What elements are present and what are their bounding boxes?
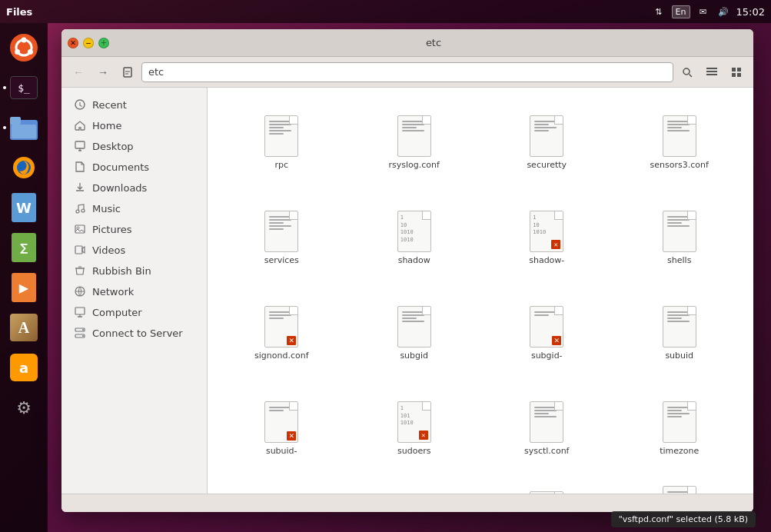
sidebar-item-recent[interactable]: Recent bbox=[65, 95, 204, 115]
sidebar-item-music[interactable]: Music bbox=[65, 198, 204, 218]
dock-item-files[interactable] bbox=[5, 109, 42, 146]
svg-rect-13 bbox=[706, 68, 717, 69]
rsyslog-label: rsyslog.conf bbox=[389, 160, 440, 171]
file-item-ucf-conf[interactable]: ucf.conf bbox=[217, 478, 347, 494]
file-item-signond-conf[interactable]: ✕ signond.conf bbox=[217, 288, 347, 380]
sidebar-item-connect-to-server[interactable]: Connect to Server bbox=[65, 323, 204, 343]
file-item-sensors3-conf[interactable]: sensors3.conf bbox=[615, 97, 745, 189]
file-item-rsyslog-conf[interactable]: rsyslog.conf bbox=[350, 97, 480, 189]
file-item-shadow-dash[interactable]: 1101010 ✕ shadow- bbox=[482, 192, 612, 284]
file-item-usb-modeswitch-conf[interactable]: usb_modeswitch.conf bbox=[615, 478, 745, 494]
sort-icon[interactable]: ⇅ bbox=[652, 5, 666, 18]
forward-button[interactable]: → bbox=[92, 62, 114, 83]
sidebar-item-downloads[interactable]: Downloads bbox=[65, 178, 204, 198]
svg-rect-19 bbox=[737, 73, 741, 77]
sidebar-item-desktop[interactable]: Desktop bbox=[65, 136, 204, 156]
file-manager-window: ✕ − + etc ← → etc bbox=[61, 29, 753, 512]
sidebar-item-network[interactable]: Network bbox=[65, 281, 204, 301]
file-item-timezone[interactable]: timezone bbox=[615, 383, 745, 475]
svg-rect-6 bbox=[10, 117, 21, 125]
terminal-icon: $_ bbox=[10, 76, 38, 99]
minimize-button[interactable]: − bbox=[83, 38, 94, 48]
dock-item-calc[interactable]: ∑ bbox=[5, 229, 42, 266]
documents-icon bbox=[74, 161, 86, 173]
file-item-subgid-dash[interactable]: ✕ subgid- bbox=[482, 288, 612, 380]
back-button[interactable]: ← bbox=[68, 62, 89, 83]
svg-rect-21 bbox=[75, 141, 85, 148]
sidebar-label-connect-to-server: Connect to Server bbox=[92, 328, 183, 339]
search-button[interactable] bbox=[676, 62, 698, 83]
email-icon[interactable]: ✉ bbox=[696, 5, 710, 18]
file-item-upstart-xsessions[interactable]: upstart-xsessions bbox=[482, 478, 612, 494]
system-tray: ⇅ En ✉ 🔊 15:02 bbox=[652, 5, 765, 18]
trash-icon bbox=[74, 264, 86, 277]
dock-item-fonts[interactable]: A bbox=[5, 309, 42, 346]
file-item-sysctl-conf[interactable]: sysctl.conf bbox=[482, 383, 612, 475]
maximize-button[interactable]: + bbox=[98, 38, 109, 48]
svg-point-3 bbox=[15, 49, 20, 55]
svg-rect-18 bbox=[732, 73, 736, 77]
dock-item-terminal[interactable]: $_ bbox=[5, 69, 42, 106]
file-item-shells[interactable]: shells bbox=[615, 192, 745, 284]
window-title: etc bbox=[120, 37, 747, 48]
svg-point-25 bbox=[77, 227, 79, 229]
svg-rect-15 bbox=[706, 74, 717, 75]
sidebar-item-videos[interactable]: Videos bbox=[65, 240, 204, 260]
status-tooltip: "vsftpd.conf" selected (5.8 kB) bbox=[611, 511, 756, 527]
sidebar-label-documents: Documents bbox=[92, 161, 149, 173]
svg-rect-17 bbox=[737, 68, 741, 71]
volume-icon[interactable]: 🔊 bbox=[716, 5, 730, 18]
svg-rect-16 bbox=[732, 68, 736, 71]
dock-item-firefox[interactable] bbox=[5, 149, 42, 186]
sidebar-label-network: Network bbox=[92, 286, 134, 298]
firefox-icon bbox=[10, 154, 38, 181]
signond-icon: ✕ bbox=[264, 306, 298, 347]
sensors3-label: sensors3.conf bbox=[650, 160, 709, 171]
dock-item-settings[interactable]: ⚙ bbox=[5, 389, 42, 426]
bookmarks-button[interactable] bbox=[117, 62, 138, 83]
files-icon bbox=[8, 114, 39, 141]
sensors3-icon bbox=[663, 115, 696, 157]
sidebar-label-downloads: Downloads bbox=[92, 182, 147, 194]
svg-rect-14 bbox=[706, 71, 717, 72]
upstart-icon bbox=[530, 491, 563, 494]
file-item-subuid-dash[interactable]: ✕ subuid- bbox=[217, 383, 347, 475]
sidebar-item-computer[interactable]: Computer bbox=[65, 302, 204, 322]
grid-view-button[interactable] bbox=[726, 62, 747, 83]
list-view-button[interactable] bbox=[701, 62, 723, 83]
keyboard-indicator[interactable]: En bbox=[672, 5, 690, 18]
subgid-label: subgid bbox=[400, 351, 428, 361]
sidebar-item-rubbish-bin[interactable]: Rubbish Bin bbox=[65, 261, 204, 281]
sidebar: Recent Home Desktop Documents bbox=[61, 88, 208, 494]
sidebar-item-documents[interactable]: Documents bbox=[65, 157, 204, 177]
file-item-rpc[interactable]: rpc bbox=[217, 97, 347, 189]
dock-item-ubuntu[interactable] bbox=[5, 29, 42, 66]
file-item-subuid[interactable]: subuid bbox=[615, 288, 745, 380]
file-item-shadow[interactable]: 11010101010 shadow bbox=[350, 192, 480, 284]
sidebar-item-pictures[interactable]: Pictures bbox=[65, 219, 204, 239]
dock-item-amazon[interactable]: a bbox=[5, 349, 42, 386]
file-item-services[interactable]: services bbox=[217, 192, 347, 284]
rpc-icon bbox=[264, 115, 298, 157]
pictures-icon bbox=[74, 223, 86, 235]
font-icon: A bbox=[10, 314, 38, 341]
shells-label: shells bbox=[667, 255, 691, 266]
sudoers-label: sudoers bbox=[397, 446, 430, 457]
close-button[interactable]: ✕ bbox=[68, 38, 78, 48]
sidebar-item-home[interactable]: Home bbox=[65, 115, 204, 135]
subgid-dash-label: subgid- bbox=[531, 351, 563, 361]
subuid-dash-icon: ✕ bbox=[264, 401, 298, 443]
file-item-securetty[interactable]: securetty bbox=[482, 97, 612, 189]
file-item-subgid[interactable]: subgid bbox=[350, 288, 480, 380]
sidebar-label-videos: Videos bbox=[92, 244, 125, 256]
dock-item-impress[interactable]: ▶ bbox=[5, 269, 42, 306]
location-bar[interactable]: etc bbox=[141, 62, 673, 82]
title-bar: ✕ − + etc bbox=[61, 29, 753, 57]
subuid-label: subuid bbox=[665, 351, 693, 361]
impress-icon: ▶ bbox=[12, 273, 36, 302]
subgid-icon bbox=[397, 306, 431, 347]
file-item-updatedb-conf[interactable]: updatedb.conf bbox=[350, 478, 480, 494]
file-item-sudoers[interactable]: 11011010 ✕ sudoers bbox=[350, 383, 480, 475]
dock-item-writer[interactable]: W bbox=[5, 189, 42, 226]
sidebar-label-music: Music bbox=[92, 203, 121, 214]
